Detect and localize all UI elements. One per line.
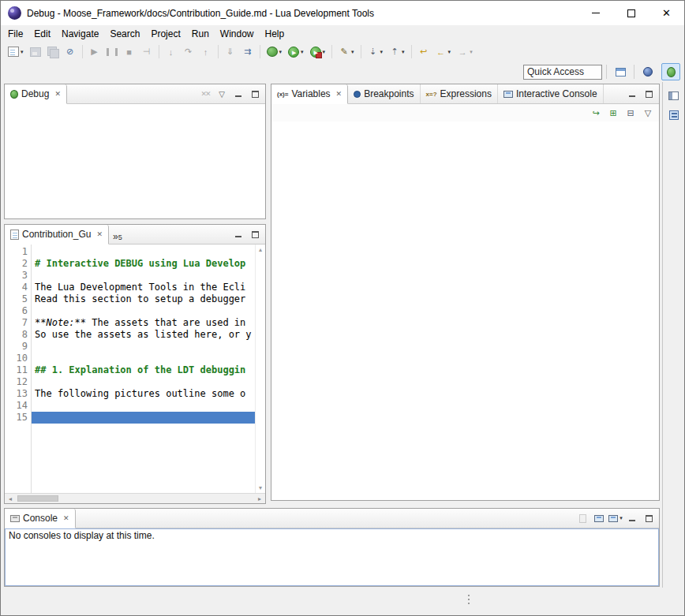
menu-file[interactable]: File bbox=[2, 27, 28, 41]
line-number[interactable]: 14 bbox=[5, 400, 28, 412]
close-tab-icon[interactable]: ✕ bbox=[336, 90, 342, 98]
tab-interactive-console[interactable]: Interactive Console bbox=[498, 84, 604, 103]
minimized-view-button-1[interactable] bbox=[665, 88, 683, 103]
variables-view-window-actions bbox=[625, 84, 659, 103]
collapse-all-button[interactable]: ⊟ bbox=[623, 106, 638, 120]
skip-all-breakpoints-button[interactable]: ⊘ bbox=[62, 44, 78, 59]
scroll-right-icon[interactable]: ▸ bbox=[254, 495, 265, 502]
minimize-view-button[interactable] bbox=[625, 87, 639, 101]
text-editor[interactable]: # Interactive DEBUG using Lua DevelopThe… bbox=[32, 245, 255, 493]
line-number[interactable]: 9 bbox=[5, 341, 28, 353]
run-button[interactable]: ▾ bbox=[286, 45, 306, 59]
dropdown-arrow-icon[interactable]: ▾ bbox=[301, 49, 304, 55]
menu-run[interactable]: Run bbox=[186, 27, 215, 41]
line-number-ruler[interactable]: 123456789101112131415 bbox=[5, 245, 32, 493]
display-selected-console-button[interactable] bbox=[592, 511, 606, 525]
use-step-filters-button[interactable]: ⇉ bbox=[240, 44, 256, 59]
dropdown-arrow-icon[interactable]: ▾ bbox=[21, 49, 24, 55]
tab-breakpoints[interactable]: Breakpoints bbox=[348, 84, 420, 103]
line-number[interactable]: 3 bbox=[5, 270, 28, 282]
show-type-names-button[interactable]: ⊞ bbox=[606, 106, 620, 120]
close-window-button[interactable]: ✕ bbox=[649, 1, 684, 25]
back-button[interactable]: ←▾ bbox=[433, 44, 454, 59]
maximize-view-button[interactable] bbox=[248, 87, 262, 101]
previous-annotation-button[interactable]: ⇡▾ bbox=[387, 44, 407, 59]
code-text: The Lua Development Tools in the Ecli bbox=[35, 282, 245, 293]
tab-contribution-guide[interactable]: Contribution_Gu ✕ bbox=[5, 225, 109, 245]
variables-view-content[interactable] bbox=[271, 121, 659, 500]
tab-variables[interactable]: (x)=Variables✕ bbox=[271, 84, 348, 104]
line-number[interactable]: 11 bbox=[5, 364, 28, 376]
close-tab-icon[interactable]: ✕ bbox=[63, 514, 69, 522]
dropdown-arrow-icon[interactable]: ▾ bbox=[323, 49, 326, 55]
maximize-view-button[interactable] bbox=[642, 87, 656, 101]
minimize-view-button[interactable] bbox=[231, 87, 245, 101]
maximize-view-button[interactable] bbox=[248, 227, 262, 241]
external-tools-button[interactable]: ▾ bbox=[308, 45, 328, 59]
minimize-window-button[interactable] bbox=[578, 1, 613, 25]
line-number[interactable]: 10 bbox=[5, 353, 28, 364]
dropdown-arrow-icon[interactable]: ▾ bbox=[402, 49, 405, 55]
line-number[interactable]: 8 bbox=[5, 329, 28, 341]
horizontal-scrollbar[interactable]: ◂ ▸ bbox=[5, 493, 265, 503]
view-menu-button[interactable]: ▽ bbox=[215, 87, 229, 101]
maximize-window-button[interactable] bbox=[613, 1, 649, 25]
code-line: The following pictures outline some o bbox=[32, 388, 255, 400]
view-menu-button[interactable]: ▽ bbox=[641, 106, 655, 120]
next-annotation-button[interactable]: ⇣▾ bbox=[365, 44, 386, 59]
close-tab-icon[interactable]: ✕ bbox=[96, 230, 103, 238]
minimize-view-button[interactable] bbox=[231, 227, 245, 241]
external-tools-icon bbox=[310, 47, 321, 58]
console-icon bbox=[10, 515, 20, 522]
status-trim-grip[interactable] bbox=[468, 595, 470, 596]
dropdown-arrow-icon[interactable]: ▾ bbox=[470, 49, 473, 55]
debug-button[interactable]: ▾ bbox=[264, 45, 285, 58]
open-perspective-button[interactable] bbox=[611, 63, 630, 80]
show-logical-structures-button[interactable]: ↪ bbox=[589, 106, 603, 120]
open-console-button[interactable]: ▾ bbox=[608, 511, 623, 525]
debug-perspective-button[interactable] bbox=[661, 63, 680, 80]
close-tab-icon[interactable]: ✕ bbox=[54, 90, 61, 98]
line-number[interactable]: 15 bbox=[5, 412, 28, 424]
dropdown-arrow-icon[interactable]: ▾ bbox=[619, 515, 623, 521]
minimized-view-button-2[interactable] bbox=[665, 107, 683, 123]
scrollbar-thumb[interactable] bbox=[17, 495, 58, 502]
menu-help[interactable]: Help bbox=[260, 27, 290, 41]
line-number[interactable]: 1 bbox=[5, 246, 28, 258]
status-bar bbox=[1, 588, 684, 615]
dropdown-arrow-icon[interactable]: ▾ bbox=[448, 49, 451, 55]
line-number[interactable]: 5 bbox=[5, 293, 28, 305]
scroll-up-icon[interactable]: ▴ bbox=[259, 246, 262, 253]
last-edit-location-button[interactable]: ↩ bbox=[416, 44, 432, 59]
debug-view-content[interactable] bbox=[5, 104, 265, 218]
mark-occurrences-button[interactable]: ✎▾ bbox=[336, 44, 357, 59]
new-button[interactable]: ▾ bbox=[6, 45, 26, 58]
menu-window[interactable]: Window bbox=[215, 27, 260, 41]
save-icon bbox=[30, 47, 41, 57]
dropdown-arrow-icon[interactable]: ▾ bbox=[380, 49, 384, 55]
quick-access-input[interactable]: Quick Access bbox=[523, 65, 602, 80]
editor-tab-overflow-button[interactable]: » 5 bbox=[109, 225, 126, 244]
maximize-view-button[interactable] bbox=[642, 511, 656, 525]
scroll-left-icon[interactable]: ◂ bbox=[5, 495, 16, 502]
menu-navigate[interactable]: Navigate bbox=[56, 27, 104, 41]
vertical-scrollbar[interactable]: ▴ ▾ bbox=[255, 245, 265, 493]
tab-console[interactable]: Console ✕ bbox=[5, 509, 76, 528]
line-number[interactable]: 7 bbox=[5, 317, 28, 329]
line-number[interactable]: 2 bbox=[5, 258, 28, 270]
tab-expressions[interactable]: x=?Expressions bbox=[421, 84, 498, 103]
minimize-view-button[interactable] bbox=[625, 511, 639, 525]
tab-debug[interactable]: Debug ✕ bbox=[5, 84, 67, 104]
line-number[interactable]: 4 bbox=[5, 282, 28, 293]
menu-edit[interactable]: Edit bbox=[28, 27, 56, 41]
line-number[interactable]: 12 bbox=[5, 376, 28, 388]
dropdown-arrow-icon[interactable]: ▾ bbox=[351, 49, 354, 55]
line-number[interactable]: 13 bbox=[5, 388, 28, 400]
remove-all-terminated-button: ✕✕ bbox=[198, 87, 212, 101]
dropdown-arrow-icon[interactable]: ▾ bbox=[279, 49, 283, 55]
lua-perspective-button[interactable] bbox=[638, 63, 657, 80]
line-number[interactable]: 6 bbox=[5, 305, 28, 317]
scroll-down-icon[interactable]: ▾ bbox=[259, 484, 262, 491]
menu-project[interactable]: Project bbox=[145, 27, 185, 41]
menu-search[interactable]: Search bbox=[104, 27, 145, 41]
